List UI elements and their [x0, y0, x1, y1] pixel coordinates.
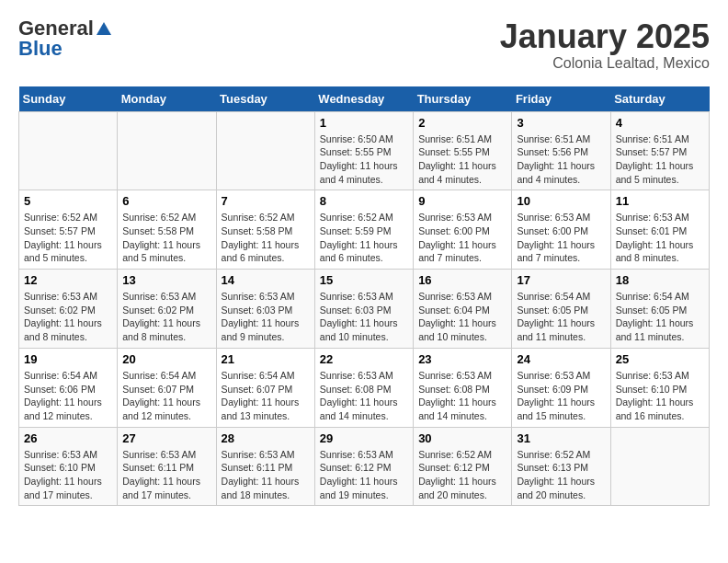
day-info: Sunrise: 6:53 AMSunset: 6:03 PMDaylight:… [320, 290, 408, 344]
week-row-2: 5Sunrise: 6:52 AMSunset: 5:57 PMDaylight… [19, 190, 710, 270]
calendar-cell: 17Sunrise: 6:54 AMSunset: 6:05 PMDayligh… [512, 270, 610, 349]
day-info: Sunrise: 6:51 AMSunset: 5:55 PMDaylight:… [418, 132, 506, 187]
day-info: Sunrise: 6:52 AMSunset: 5:57 PMDaylight:… [24, 211, 112, 265]
calendar-cell: 31Sunrise: 6:52 AMSunset: 6:13 PMDayligh… [512, 427, 610, 506]
day-number: 1 [320, 116, 408, 130]
day-number: 12 [24, 273, 112, 287]
day-info: Sunrise: 6:54 AMSunset: 6:05 PMDaylight:… [616, 290, 704, 344]
calendar-cell [216, 111, 314, 190]
calendar-cell: 8Sunrise: 6:52 AMSunset: 5:59 PMDaylight… [314, 190, 413, 270]
week-row-4: 19Sunrise: 6:54 AMSunset: 6:06 PMDayligh… [19, 348, 710, 427]
day-number: 22 [320, 352, 408, 366]
calendar-cell: 23Sunrise: 6:53 AMSunset: 6:08 PMDayligh… [414, 348, 512, 427]
calendar-table: SundayMondayTuesdayWednesdayThursdayFrid… [18, 86, 710, 507]
calendar-cell: 26Sunrise: 6:53 AMSunset: 6:10 PMDayligh… [19, 427, 118, 506]
day-info: Sunrise: 6:53 AMSunset: 6:01 PMDaylight:… [616, 211, 704, 265]
day-header-sunday: Sunday [19, 86, 118, 112]
day-info: Sunrise: 6:54 AMSunset: 6:07 PMDaylight:… [222, 369, 310, 423]
day-number: 11 [616, 194, 704, 208]
day-header-thursday: Thursday [414, 86, 512, 112]
day-header-saturday: Saturday [610, 86, 709, 112]
day-number: 10 [517, 194, 605, 208]
day-info: Sunrise: 6:53 AMSunset: 6:11 PMDaylight:… [222, 448, 310, 502]
calendar-cell: 4Sunrise: 6:51 AMSunset: 5:57 PMDaylight… [610, 111, 709, 190]
calendar-cell: 24Sunrise: 6:53 AMSunset: 6:09 PMDayligh… [512, 348, 610, 427]
day-number: 25 [616, 352, 704, 366]
day-number: 29 [320, 431, 408, 445]
day-number: 16 [418, 273, 506, 287]
day-info: Sunrise: 6:53 AMSunset: 6:11 PMDaylight:… [122, 448, 210, 502]
day-number: 19 [24, 352, 112, 366]
day-number: 31 [517, 431, 605, 445]
day-number: 8 [320, 194, 408, 208]
day-number: 23 [418, 352, 506, 366]
logo-blue: Blue [18, 39, 63, 59]
header: General Blue January 2025 Colonia Lealta… [18, 18, 710, 72]
day-number: 26 [24, 431, 112, 445]
day-number: 9 [418, 194, 506, 208]
calendar-cell: 21Sunrise: 6:54 AMSunset: 6:07 PMDayligh… [216, 348, 314, 427]
day-number: 28 [222, 431, 310, 445]
calendar-cell: 5Sunrise: 6:52 AMSunset: 5:57 PMDaylight… [19, 190, 118, 270]
calendar-cell: 10Sunrise: 6:53 AMSunset: 6:00 PMDayligh… [512, 190, 610, 270]
day-number: 2 [418, 116, 506, 130]
day-info: Sunrise: 6:53 AMSunset: 6:08 PMDaylight:… [418, 369, 506, 423]
day-info: Sunrise: 6:54 AMSunset: 6:06 PMDaylight:… [24, 369, 112, 423]
calendar-cell: 14Sunrise: 6:53 AMSunset: 6:03 PMDayligh… [216, 270, 314, 349]
day-number: 27 [122, 431, 210, 445]
calendar-cell: 11Sunrise: 6:53 AMSunset: 6:01 PMDayligh… [610, 190, 709, 270]
day-info: Sunrise: 6:51 AMSunset: 5:56 PMDaylight:… [517, 132, 605, 187]
day-info: Sunrise: 6:53 AMSunset: 6:12 PMDaylight:… [320, 448, 408, 502]
calendar-cell: 25Sunrise: 6:53 AMSunset: 6:10 PMDayligh… [610, 348, 709, 427]
day-info: Sunrise: 6:53 AMSunset: 6:09 PMDaylight:… [517, 369, 605, 423]
day-info: Sunrise: 6:54 AMSunset: 6:05 PMDaylight:… [517, 290, 605, 344]
day-info: Sunrise: 6:54 AMSunset: 6:07 PMDaylight:… [122, 369, 210, 423]
calendar-cell: 18Sunrise: 6:54 AMSunset: 6:05 PMDayligh… [610, 270, 709, 349]
day-number: 7 [222, 194, 310, 208]
svg-marker-0 [97, 22, 111, 35]
calendar-cell: 2Sunrise: 6:51 AMSunset: 5:55 PMDaylight… [414, 111, 512, 190]
calendar-cell: 29Sunrise: 6:53 AMSunset: 6:12 PMDayligh… [314, 427, 413, 506]
week-row-5: 26Sunrise: 6:53 AMSunset: 6:10 PMDayligh… [19, 427, 710, 506]
calendar-title: January 2025 [500, 18, 710, 55]
calendar-cell: 12Sunrise: 6:53 AMSunset: 6:02 PMDayligh… [19, 270, 118, 349]
logo-general: General [18, 18, 94, 39]
calendar-cell: 6Sunrise: 6:52 AMSunset: 5:58 PMDaylight… [118, 190, 216, 270]
day-number: 13 [122, 273, 210, 287]
calendar-cell [19, 111, 118, 190]
calendar-cell: 22Sunrise: 6:53 AMSunset: 6:08 PMDayligh… [314, 348, 413, 427]
day-number: 14 [222, 273, 310, 287]
day-info: Sunrise: 6:53 AMSunset: 6:02 PMDaylight:… [24, 290, 112, 344]
day-header-tuesday: Tuesday [216, 86, 314, 112]
calendar-cell [118, 111, 216, 190]
calendar-cell: 9Sunrise: 6:53 AMSunset: 6:00 PMDaylight… [414, 190, 512, 270]
day-info: Sunrise: 6:53 AMSunset: 6:03 PMDaylight:… [222, 290, 310, 344]
day-number: 15 [320, 273, 408, 287]
day-info: Sunrise: 6:52 AMSunset: 6:13 PMDaylight:… [517, 448, 605, 502]
week-row-3: 12Sunrise: 6:53 AMSunset: 6:02 PMDayligh… [19, 270, 710, 349]
week-row-1: 1Sunrise: 6:50 AMSunset: 5:55 PMDaylight… [19, 111, 710, 190]
logo-icon [96, 20, 112, 37]
logo: General Blue [18, 18, 112, 59]
calendar-cell: 30Sunrise: 6:52 AMSunset: 6:12 PMDayligh… [414, 427, 512, 506]
day-info: Sunrise: 6:52 AMSunset: 6:12 PMDaylight:… [418, 448, 506, 502]
day-header-monday: Monday [118, 86, 216, 112]
day-info: Sunrise: 6:51 AMSunset: 5:57 PMDaylight:… [616, 132, 704, 187]
day-info: Sunrise: 6:53 AMSunset: 6:00 PMDaylight:… [418, 211, 506, 265]
days-header-row: SundayMondayTuesdayWednesdayThursdayFrid… [19, 86, 710, 112]
calendar-cell: 20Sunrise: 6:54 AMSunset: 6:07 PMDayligh… [118, 348, 216, 427]
calendar-cell: 27Sunrise: 6:53 AMSunset: 6:11 PMDayligh… [118, 427, 216, 506]
day-info: Sunrise: 6:50 AMSunset: 5:55 PMDaylight:… [320, 132, 408, 187]
day-number: 18 [616, 273, 704, 287]
calendar-subtitle: Colonia Lealtad, Mexico [500, 55, 710, 72]
day-header-friday: Friday [512, 86, 610, 112]
calendar-cell: 3Sunrise: 6:51 AMSunset: 5:56 PMDaylight… [512, 111, 610, 190]
day-number: 6 [122, 194, 210, 208]
day-number: 5 [24, 194, 112, 208]
day-info: Sunrise: 6:52 AMSunset: 5:59 PMDaylight:… [320, 211, 408, 265]
day-number: 3 [517, 116, 605, 130]
day-number: 20 [122, 352, 210, 366]
day-info: Sunrise: 6:53 AMSunset: 6:10 PMDaylight:… [24, 448, 112, 502]
day-info: Sunrise: 6:52 AMSunset: 5:58 PMDaylight:… [122, 211, 210, 265]
day-header-wednesday: Wednesday [314, 86, 413, 112]
